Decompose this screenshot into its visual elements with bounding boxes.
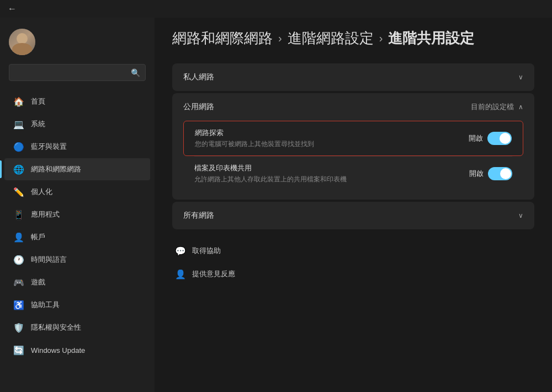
setting-control-network-discovery: 開啟 [469,132,512,145]
sidebar-item-bluetooth[interactable]: 🔵 藍牙與裝置 [4,136,150,158]
search-input[interactable] [9,64,146,81]
avatar [9,29,35,55]
search-box: 🔍 [9,64,146,81]
setting-name-file-printer-sharing: 檔案及印表機共用 [194,163,347,173]
nav-label-home: 首頁 [31,96,45,106]
nav-icon-accounts: 👤 [13,232,24,243]
nav-icon-system: 💻 [13,119,24,130]
chevron-down-icon-all: ∨ [518,212,523,219]
breadcrumb-part-1: 網路和網際網路 [172,29,273,48]
setting-control-file-printer-sharing: 開啟 [469,167,512,180]
nav-icon-windows-update: 🔄 [13,345,24,356]
toggle-file-printer-sharing[interactable] [488,167,512,180]
nav-label-time: 時間與語言 [31,255,67,265]
nav-label-accounts: 帳戶 [31,232,45,242]
section-current-label-public: 目前的設定檔 ∧ [471,102,523,112]
bottom-link-label-feedback: 提供意見反應 [192,269,235,279]
nav-label-network: 網路和網際網路 [31,164,81,174]
content-area: 網路和網際網路 › 進階網路設定 › 進階共用設定 私人網路 ∨ 公用網路 目前… [155,18,552,392]
setting-desc-network-discovery: 您的電腦可被網路上其他裝置尋找並找到 [195,139,314,149]
nav-icon-apps: 📱 [13,209,24,220]
bottom-link-label-help: 取得協助 [192,246,221,256]
nav-label-windows-update: Windows Update [31,346,85,355]
breadcrumb-sep-2: › [379,32,383,45]
section-all: 所有網路 ∨ [172,202,534,229]
bottom-link-icon-feedback: 👤 [174,268,187,280]
bottom-link-feedback[interactable]: 👤 提供意見反應 [172,264,534,284]
app-container: 🔍 🏠 首頁 💻 系統 🔵 藍牙與裝置 🌐 網路和網際網路 ✏️ 個人化 📱 應… [0,18,552,392]
nav-icon-time: 🕐 [13,254,24,265]
setting-info-file-printer-sharing: 檔案及印表機共用 允許網路上其他人存取此裝置上的共用檔案和印表機 [194,163,347,184]
sidebar-item-gaming[interactable]: 🎮 遊戲 [4,271,150,293]
title-bar-left: ← [4,1,24,17]
sidebar-item-time[interactable]: 🕐 時間與語言 [4,249,150,271]
user-section[interactable] [0,18,155,64]
section-body-public: 網路探索 您的電腦可被網路上其他裝置尋找並找到 開啟 檔案及印表機共用 允許網路… [172,121,534,200]
sidebar-item-accounts[interactable]: 👤 帳戶 [4,226,150,248]
breadcrumb-part-3: 進階共用設定 [388,29,474,48]
section-title-public: 公用網路 [183,102,214,112]
maximize-button[interactable] [497,0,522,18]
avatar-image [9,29,35,55]
bottom-links: 💬 取得協助 👤 提供意見反應 [172,240,534,284]
nav-icon-bluetooth: 🔵 [13,141,24,152]
nav-icon-network: 🌐 [13,164,24,175]
sidebar-item-network[interactable]: 🌐 網路和網際網路 [4,158,150,180]
toggle-thumb-file-printer-sharing [500,168,511,179]
section-title-private: 私人網路 [183,72,214,82]
setting-name-network-discovery: 網路探索 [195,128,314,138]
section-public: 公用網路 目前的設定檔 ∧ 網路探索 您的電腦可被網路上其他裝置尋找並找到 開啟 [172,93,534,200]
bottom-link-help[interactable]: 💬 取得協助 [172,240,534,261]
nav-label-bluetooth: 藍牙與裝置 [31,142,67,152]
chevron-up-icon-public: ∧ [518,103,523,111]
sidebar-item-personalization[interactable]: ✏️ 個人化 [4,181,150,203]
section-header-public[interactable]: 公用網路 目前的設定檔 ∧ [172,93,534,121]
nav-label-personalization: 個人化 [31,187,52,197]
toggle-network-discovery[interactable] [487,132,512,145]
nav-icon-home: 🏠 [13,96,24,107]
setting-row-file-printer-sharing: 檔案及印表機共用 允許網路上其他人存取此裝置上的共用檔案和印表機 開啟 [183,157,523,191]
setting-info-network-discovery: 網路探索 您的電腦可被網路上其他裝置尋找並找到 [195,128,314,149]
window-controls [471,0,548,18]
setting-status-file-printer-sharing: 開啟 [469,169,484,179]
nav-icon-gaming: 🎮 [13,277,24,288]
search-icon: 🔍 [131,68,140,77]
toggle-thumb-network-discovery [500,133,511,144]
sections-container: 私人網路 ∨ 公用網路 目前的設定檔 ∧ 網路探索 您的電腦可被網路上其他裝置尋… [172,63,534,229]
nav-label-gaming: 遊戲 [31,277,45,287]
nav-icon-privacy: 🛡️ [13,322,24,333]
breadcrumb-sep-1: › [278,32,282,45]
nav-label-apps: 應用程式 [31,210,60,219]
sidebar-item-windows-update[interactable]: 🔄 Windows Update [4,339,150,361]
title-bar: ← [0,0,552,18]
sidebar-item-apps[interactable]: 📱 應用程式 [4,203,150,225]
sidebar-item-accessibility[interactable]: ♿ 協助工具 [4,294,150,316]
back-button[interactable]: ← [4,1,20,17]
breadcrumb: 網路和網際網路 › 進階網路設定 › 進階共用設定 [172,29,534,48]
minimize-button[interactable] [471,0,497,18]
sidebar-item-home[interactable]: 🏠 首頁 [4,90,150,112]
nav-icon-accessibility: ♿ [13,299,24,310]
section-title-all: 所有網路 [183,211,214,221]
sidebar-item-system[interactable]: 💻 系統 [4,113,150,135]
setting-row-network-discovery: 網路探索 您的電腦可被網路上其他裝置尋找並找到 開啟 [183,121,523,156]
sidebar: 🔍 🏠 首頁 💻 系統 🔵 藍牙與裝置 🌐 網路和網際網路 ✏️ 個人化 📱 應… [0,18,155,392]
nav-icon-personalization: ✏️ [13,186,24,197]
bottom-link-icon-help: 💬 [174,245,187,257]
chevron-down-icon-private: ∨ [518,73,523,81]
close-button[interactable] [522,0,548,18]
nav-label-system: 系統 [31,119,45,129]
section-header-private[interactable]: 私人網路 ∨ [172,63,534,91]
section-private: 私人網路 ∨ [172,63,534,91]
nav-label-privacy: 隱私權與安全性 [31,323,81,332]
sidebar-item-privacy[interactable]: 🛡️ 隱私權與安全性 [4,316,150,339]
breadcrumb-part-2: 進階網路設定 [288,29,374,48]
setting-desc-file-printer-sharing: 允許網路上其他人存取此裝置上的共用檔案和印表機 [194,175,347,184]
nav-label-accessibility: 協助工具 [31,300,60,310]
setting-status-network-discovery: 開啟 [469,133,483,143]
section-header-all[interactable]: 所有網路 ∨ [172,202,534,229]
nav-list: 🏠 首頁 💻 系統 🔵 藍牙與裝置 🌐 網路和網際網路 ✏️ 個人化 📱 應用程… [0,88,155,392]
